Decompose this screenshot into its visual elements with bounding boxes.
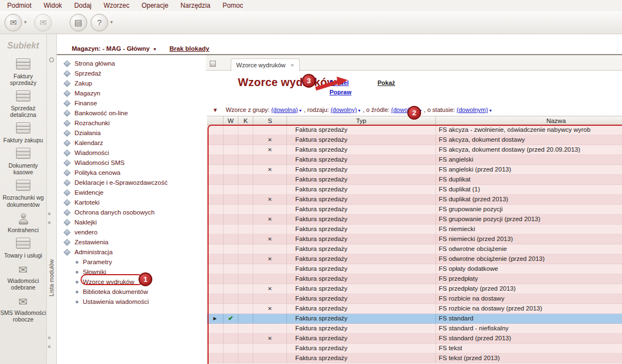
table-row[interactable]: Faktura sprzedażyFS opłaty dodatkowe bbox=[207, 264, 622, 274]
table-row[interactable]: ✕Faktura sprzedażyFS akcyza, dokument do… bbox=[207, 145, 622, 155]
tree-item-wiadomosci[interactable]: Wiadomości bbox=[57, 148, 206, 158]
tree-item-magazyn[interactable]: Magazyn bbox=[57, 88, 206, 98]
module-sprzedaz-detaliczna[interactable]: Sprzedaż detaliczna bbox=[0, 90, 46, 118]
table-row[interactable]: ✕Faktura sprzedażyFS angielski (przed 20… bbox=[207, 165, 622, 175]
tree-item-dzialania[interactable]: Działania bbox=[57, 128, 206, 138]
warehouse-selector[interactable]: Magazyn: - MAG - Główny ▼ bbox=[72, 45, 158, 52]
caret-down-icon[interactable]: ▼ bbox=[488, 109, 492, 113]
table-row[interactable]: ▶✔Faktura sprzedażyFS standard bbox=[207, 314, 622, 324]
table-row[interactable]: Faktura sprzedażyFS akcyza - zwolnienie,… bbox=[207, 125, 622, 135]
tree-item-wiadomosci-sms[interactable]: Wiadomości SMS bbox=[57, 158, 206, 168]
lock-status-link[interactable]: Brak blokady bbox=[169, 45, 209, 52]
table-row[interactable]: ✕Faktura sprzedażyFS odwrotne obciążenie… bbox=[207, 254, 622, 264]
menu-operacje[interactable]: Operacje bbox=[135, 0, 174, 11]
pokaz-link[interactable]: Pokaż bbox=[378, 79, 395, 86]
chevron-up-icon[interactable]: « bbox=[46, 336, 52, 340]
module-wiadomosci-odebrane[interactable]: ✉Wiadomości odebrane bbox=[0, 263, 46, 291]
column-header-nazwa[interactable]: Nazwa bbox=[436, 116, 622, 125]
menu-podmiot[interactable]: Podmiot bbox=[1, 0, 38, 11]
table-row[interactable]: Faktura sprzedażyFS duplikat (1) bbox=[207, 185, 622, 195]
tree-item-sprzedaz[interactable]: Sprzedaż bbox=[57, 68, 206, 78]
chevron-down-icon[interactable]: » bbox=[46, 221, 52, 224]
help-button[interactable]: ? bbox=[91, 14, 108, 31]
powiel-link[interactable]: Powiel bbox=[329, 79, 349, 86]
menu-narzedzia[interactable]: Narzędzia bbox=[174, 0, 216, 11]
table-row[interactable]: Faktura sprzedażyFS rozbicie na dostawy bbox=[207, 294, 622, 304]
s-flag: ✕ bbox=[253, 254, 287, 264]
table-row[interactable]: Faktura sprzedażyFS duplikat bbox=[207, 175, 622, 185]
table-row[interactable]: Faktura sprzedażyFS tekst bbox=[207, 344, 622, 354]
tree-item-ustawienia-wiadomosci[interactable]: Ustawienia wiadomości bbox=[57, 297, 206, 307]
table-row[interactable]: ✕Faktura sprzedażyFS niemiecki (przed 20… bbox=[207, 234, 622, 244]
pin-icon[interactable] bbox=[49, 57, 54, 62]
table-row[interactable]: Faktura sprzedażyFS angielski bbox=[207, 155, 622, 165]
table-row[interactable]: ✕Faktura sprzedażyFS przedpłaty (przed 2… bbox=[207, 284, 622, 294]
tree-item-administracja[interactable]: Administracja bbox=[57, 247, 206, 257]
popraw-link[interactable]: Popraw bbox=[329, 89, 352, 95]
tree-item-strona-glowna[interactable]: Strona główna bbox=[57, 58, 206, 68]
tree-item-wzorce-wydrukow[interactable]: Wzorce wydruków bbox=[57, 277, 206, 287]
mail-button[interactable]: ✉ bbox=[34, 14, 52, 31]
module-sms-wiadomosci-robocze[interactable]: ✉SMS Wiadomości robocze bbox=[0, 295, 46, 323]
chevron-down-icon[interactable]: » bbox=[46, 212, 52, 216]
column-header-indicator[interactable] bbox=[207, 116, 224, 125]
menu-dodaj[interactable]: Dodaj bbox=[68, 0, 97, 11]
journal-icon[interactable] bbox=[210, 61, 216, 67]
column-header-w[interactable]: W bbox=[224, 116, 238, 125]
table-row[interactable]: Faktura sprzedażyFS przedpłaty bbox=[207, 274, 622, 284]
tree-item-bankowosc-on-line[interactable]: Bankowość on-line bbox=[57, 108, 206, 118]
module-faktury-zakupu[interactable]: Faktury zakupu bbox=[0, 122, 46, 143]
menu-widok[interactable]: Widok bbox=[38, 0, 68, 11]
tab-wzorce-wydrukow[interactable]: Wzorce wydruków × bbox=[231, 58, 300, 71]
tree-item-parametry[interactable]: Parametry bbox=[57, 257, 206, 267]
menu-pomoc[interactable]: Pomoc bbox=[216, 0, 249, 11]
caret-down-icon[interactable]: ▼ bbox=[23, 20, 28, 25]
menu-wzorzec[interactable]: Wzorzec bbox=[98, 0, 136, 11]
filter-value-rodzaju[interactable]: (dowolny) bbox=[331, 106, 357, 113]
table-row[interactable]: ✕Faktura sprzedażyFS standard (przed 201… bbox=[207, 334, 622, 344]
caret-down-icon[interactable]: ▼ bbox=[299, 109, 302, 113]
tree-item-naklejki[interactable]: Naklejki bbox=[57, 217, 206, 227]
table-row[interactable]: ✕Faktura sprzedażyFS duplikat (przed 201… bbox=[207, 195, 622, 205]
tree-item-kalendarz[interactable]: Kalendarz bbox=[57, 138, 206, 148]
tree-item-ewidencje[interactable]: Ewidencje bbox=[57, 188, 206, 197]
filter-funnel-icon[interactable]: ▼ bbox=[212, 107, 218, 113]
tree-item-polityka-cenowa[interactable]: Polityka cenowa bbox=[57, 168, 206, 178]
tree-item-kartoteki[interactable]: Kartoteki bbox=[57, 197, 206, 207]
column-header-k[interactable]: K bbox=[238, 116, 253, 125]
w-flag bbox=[224, 274, 238, 283]
send-message-button[interactable]: ✉ bbox=[4, 14, 22, 31]
tree-item-finanse[interactable]: Finanse bbox=[57, 98, 206, 108]
print-button[interactable]: ▤ bbox=[70, 14, 87, 31]
caret-down-icon[interactable]: ▼ bbox=[109, 20, 114, 25]
chevron-up-icon[interactable]: « bbox=[46, 345, 52, 349]
table-row[interactable]: ✕Faktura sprzedażyFS akcyza, dokument do… bbox=[207, 135, 622, 145]
table-row[interactable]: Faktura sprzedażyFS niemiecki bbox=[207, 224, 622, 234]
filter-value-o-statusie[interactable]: (dowolnym) bbox=[456, 106, 488, 113]
module-rozrachunki-wg-dokumentow[interactable]: Rozrachunki wg dokumentów bbox=[0, 180, 46, 207]
filter-value-wzorce-z-grupy[interactable]: (dowolna) bbox=[271, 106, 297, 113]
caret-down-icon[interactable]: ▼ bbox=[358, 109, 361, 113]
table-row[interactable]: Faktura sprzedażyFS tekst (przed 2013) bbox=[207, 354, 622, 363]
close-icon[interactable]: × bbox=[290, 62, 294, 68]
tree-item-ochrona-danych-osobowych[interactable]: Ochrona danych osobowych bbox=[57, 207, 206, 217]
tree-item-vendero[interactable]: vendero bbox=[57, 227, 206, 237]
module-faktury-sprzedazy[interactable]: Faktury sprzedaży bbox=[0, 58, 46, 86]
tree-item-zakup[interactable]: Zakup bbox=[57, 78, 206, 88]
table-row[interactable]: Faktura sprzedażyFS standard - niefiskal… bbox=[207, 324, 622, 334]
tree-item-slowniki[interactable]: Słowniki bbox=[57, 267, 206, 277]
module-kontrahenci[interactable]: Kontrahenci bbox=[0, 212, 46, 233]
module-towary-i-uslugi[interactable]: Towary i usługi bbox=[0, 238, 46, 259]
row-pointer bbox=[207, 274, 224, 283]
column-header-s[interactable]: S bbox=[253, 116, 287, 125]
table-row[interactable]: ✕Faktura sprzedażyFS rozbicie na dostawy… bbox=[207, 304, 622, 314]
tree-item-rozrachunki[interactable]: Rozrachunki bbox=[57, 118, 206, 128]
table-row[interactable]: Faktura sprzedażyFS grupowanie pozycji bbox=[207, 205, 622, 215]
table-row[interactable]: ✕Faktura sprzedażyFS grupowanie pozycji … bbox=[207, 215, 622, 224]
tree-item-deklaracje-i-e-sprawozdawczosc[interactable]: Deklaracje i e-Sprawozdawczość bbox=[57, 178, 206, 188]
tree-item-zestawienia[interactable]: Zestawienia bbox=[57, 237, 206, 247]
module-dokumenty-kasowe[interactable]: Dokumenty kasowe bbox=[0, 148, 46, 175]
table-row[interactable]: Faktura sprzedażyFS odwrotne obciążenie bbox=[207, 244, 622, 254]
s-flag bbox=[253, 175, 287, 184]
tree-item-biblioteka-dokumentow[interactable]: Biblioteka dokumentów bbox=[57, 287, 206, 297]
